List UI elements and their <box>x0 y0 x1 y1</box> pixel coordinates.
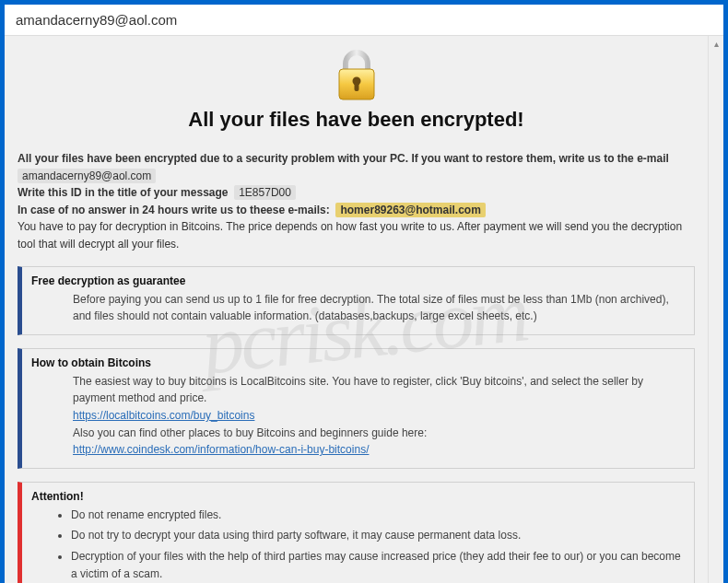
panel-obtain-bitcoins: How to obtain Bitcoins The easiest way t… <box>18 348 695 469</box>
attention-item-3: Decryption of your files with the help o… <box>71 548 685 582</box>
lock-icon <box>334 49 380 102</box>
vertical-scrollbar[interactable]: ▴ ▾ <box>708 36 723 583</box>
panel-attention: Attention! Do not rename encrypted files… <box>18 482 695 583</box>
attention-list: Do not rename encrypted files. Do not tr… <box>54 507 685 582</box>
main-heading: All your files have been encrypted! <box>18 108 695 132</box>
panel-btc-title: How to obtain Bitcoins <box>31 356 685 369</box>
attention-item-1: Do not rename encrypted files. <box>71 507 685 524</box>
intro-block: All your files have been encrypted due t… <box>18 150 695 253</box>
panel-btc-body: The easiest way to buy bitcoins is Local… <box>73 373 685 459</box>
scroll-track[interactable] <box>709 52 723 583</box>
panel-free-decryption: Free decryption as guarantee Before payi… <box>18 266 695 335</box>
attention-item-2: Do not try to decrypt your data using th… <box>71 527 685 544</box>
content-area: All your files have been encrypted! All … <box>5 36 708 583</box>
message-id: 1E857D00 <box>234 185 296 200</box>
scroll-up-arrow-icon[interactable]: ▴ <box>709 36 723 52</box>
link-localbitcoins[interactable]: https://localbitcoins.com/buy_bitcoins <box>73 409 254 422</box>
panel-free-title: Free decryption as guarantee <box>31 274 685 287</box>
content-wrap: All your files have been encrypted! All … <box>5 36 723 583</box>
svg-rect-2 <box>354 82 358 91</box>
intro-line1: All your files have been encrypted due t… <box>18 152 669 165</box>
window-title: amandacerny89@aol.com <box>5 5 723 36</box>
window: amandacerny89@aol.com <box>5 5 723 578</box>
link-coindesk[interactable]: http://www.coindesk.com/information/how-… <box>73 443 369 456</box>
panel-btc-line2: Also you can find other places to buy Bi… <box>73 426 427 439</box>
intro-line2: Write this ID in the title of your messa… <box>18 186 229 199</box>
contact-email-primary: amandacerny89@aol.com <box>18 169 156 183</box>
panel-attn-title: Attention! <box>31 490 685 503</box>
contact-email-secondary: homer89263@hotmail.com <box>335 203 485 217</box>
panel-btc-line1: The easiest way to buy bitcoins is Local… <box>73 375 643 405</box>
intro-line3: In case of no answer in 24 hours write u… <box>18 204 330 216</box>
panel-free-body: Before paying you can send us up to 1 fi… <box>73 291 685 325</box>
intro-line4: You have to pay for decryption in Bitcoi… <box>18 220 682 251</box>
